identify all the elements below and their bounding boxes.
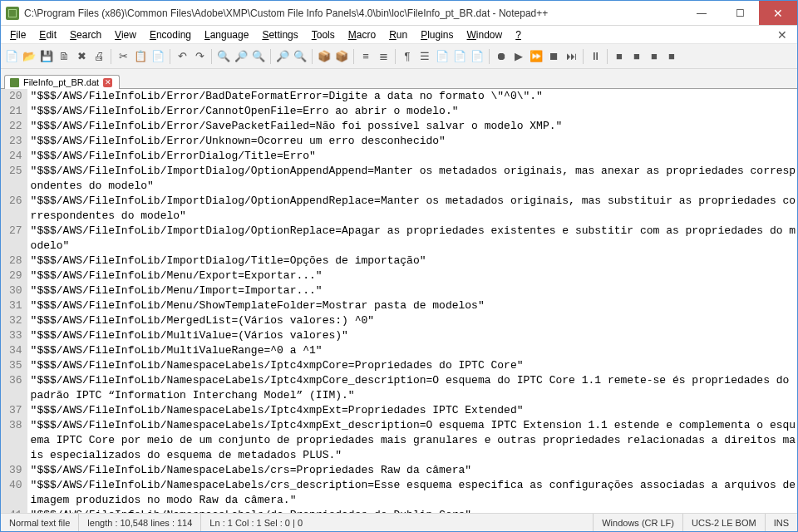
tabbar: FileInfo_pt_BR.dat ✕ [1,69,797,89]
toolbar-button[interactable]: ↷ [192,49,207,64]
maximize-button[interactable]: ☐ [721,1,759,25]
menu-search[interactable]: Search [64,27,107,42]
editor[interactable]: 202122232425 26 27 282930313233343536 37… [1,89,797,513]
menu-edit[interactable]: Edit [33,27,62,42]
status-pos: Ln : 1 Col : 1 Sel : 0 | 0 [201,514,594,531]
code-line[interactable]: "$$$/AWS/FileInfoLib/NamespaceLabels/crs… [31,478,797,508]
code-line[interactable]: "$$$/AWS/FileInfoLib/Error/Unknown=Ocorr… [31,134,797,149]
code-line[interactable]: "$$$/AWS/FileInfoLib/Error/CannotOpenFil… [31,104,797,119]
status-filetype: Normal text file [1,514,79,531]
toolbar-button[interactable]: ■ [647,49,662,64]
code-line[interactable]: "$$$/AWS/FileInfoLib/NamespaceLabels/Ipt… [31,418,797,463]
code-line[interactable]: "$$$/AWS/FileInfoLib/Menu/ShowTemplateFo… [31,298,797,313]
toolbar-button[interactable]: 🔍 [216,49,231,64]
toolbar-button[interactable]: 📄 [470,49,485,64]
toolbar-button[interactable]: 🖨 [91,49,106,64]
code-line[interactable]: "$$$/AWS/FileInfoLib/NamespaceLabels/Ipt… [31,373,797,403]
toolbar-button[interactable]: 📂 [22,49,37,64]
toolbar-button[interactable]: ✂ [116,49,131,64]
app-icon [6,7,19,20]
toolbar-button[interactable]: ▶ [511,49,526,64]
code-line[interactable]: "$$$/AWS/FileInfoLib/ImportDialog/Title=… [31,254,797,268]
code-line[interactable]: "$$$/AWS/FileInfoLib/NamespaceLabels/Ipt… [31,358,797,373]
menu-language[interactable]: Language [199,27,254,42]
code-line[interactable]: "$$$/AWS/FileInfoLib/ErrorDialog/Title=E… [31,149,797,164]
menu-file[interactable]: File [4,27,32,42]
toolbar-button[interactable]: ■ [612,49,627,64]
code-line[interactable]: "$$$/AWS/FileInfoLib/NamespaceLabels/Ipt… [31,403,797,418]
code-line[interactable]: "$$$/AWS/FileInfoLib/MultiValue=(Vários … [31,328,797,343]
code-line[interactable]: "$$$/AWS/FileInfoLib/Error/SavePacketFai… [31,119,797,134]
line-gutter: 202122232425 26 27 282930313233343536 37… [1,89,27,513]
status-length: length : 10,548 lines : 114 [79,514,201,531]
code-line[interactable]: "$$$/AWS/FileInfoLib/Menu/Export=Exporta… [31,268,797,283]
toolbar-button[interactable]: ≡ [358,49,373,64]
menu-tools[interactable]: Tools [306,27,341,42]
menu-window[interactable]: Window [461,27,509,42]
status-encoding: UCS-2 LE BOM [683,514,766,531]
code-line[interactable]: "$$$/AWS/FileInfoLib/ImportDialog/Option… [31,194,797,224]
toolbar-button[interactable]: 🔍 [293,49,308,64]
menu-settings[interactable]: Settings [256,27,303,42]
menu-run[interactable]: Run [383,27,413,42]
code-line[interactable]: "$$$/AWS/FileInfoLib/ImportDialog/Option… [31,224,797,254]
menubar-close-icon[interactable]: ✕ [777,28,794,42]
code-area[interactable]: "$$$/AWS/FileInfoLib/Error/BadDateFormat… [27,89,797,513]
status-mode: INS [766,514,797,531]
menu-macro[interactable]: Macro [342,27,382,42]
toolbar: 📄📂💾🗎✖🖨✂📋📄↶↷🔍🔎🔍🔎🔍📦📦≡≣¶☰📄📄📄⏺▶⏩⏹⏭⏸■■■■ [1,44,797,69]
code-line[interactable]: "$$$/AWS/FileInfoLib/ImportDialog/Option… [31,164,797,194]
toolbar-button[interactable]: ⏸ [588,49,603,64]
code-line[interactable]: "$$$/AWS/FileInfoLib/Menu/Import=Importa… [31,283,797,298]
toolbar-button[interactable]: ⏺ [494,49,509,64]
menu-?[interactable]: ? [510,27,527,42]
toolbar-button[interactable]: ≣ [376,49,391,64]
toolbar-button[interactable]: 🔎 [234,49,249,64]
window-controls: — ☐ ✕ [682,1,797,25]
toolbar-button[interactable]: ⏩ [529,49,544,64]
toolbar-button[interactable]: 🔍 [251,49,266,64]
code-line[interactable]: "$$$/AWS/FileInfoLib/MergedList=(Vários … [31,313,797,328]
file-tab-icon [10,78,19,87]
toolbar-button[interactable]: 🗎 [57,49,71,64]
toolbar-button[interactable]: ■ [664,49,679,64]
toolbar-button[interactable]: 💾 [39,49,54,64]
toolbar-button[interactable]: ☰ [417,49,432,64]
toolbar-button[interactable]: 📄 [150,49,165,64]
code-line[interactable]: "$$$/AWS/FileInfoLib/NamespaceLabels/crs… [31,463,797,478]
tab-close-icon[interactable]: ✕ [103,78,112,87]
toolbar-button[interactable]: 📋 [133,49,148,64]
menubar: FileEditSearchViewEncodingLanguageSettin… [1,26,797,44]
close-button[interactable]: ✕ [759,1,797,25]
toolbar-button[interactable]: 📄 [452,49,467,64]
code-line[interactable]: "$$$/AWS/FileInfoLib/MultiValueRange=^0 … [31,343,797,358]
menu-encoding[interactable]: Encoding [144,27,197,42]
code-line[interactable]: "$$$/AWS/FileInfoLib/Error/BadDateFormat… [31,89,797,104]
status-eol: Windows (CR LF) [594,514,683,531]
toolbar-button[interactable]: 📦 [334,49,349,64]
window-title: C:\Program Files (x86)\Common Files\Adob… [24,7,682,19]
toolbar-button[interactable]: ✖ [74,49,89,64]
minimize-button[interactable]: — [682,1,721,25]
file-tab[interactable]: FileInfo_pt_BR.dat ✕ [4,75,120,89]
toolbar-button[interactable]: 📄 [435,49,450,64]
file-tab-label: FileInfo_pt_BR.dat [23,77,99,87]
toolbar-button[interactable]: 📄 [4,49,19,64]
menu-plugins[interactable]: Plugins [415,27,459,42]
toolbar-button[interactable]: ■ [629,49,644,64]
toolbar-button[interactable]: 🔎 [275,49,290,64]
toolbar-button[interactable]: ¶ [400,49,415,64]
toolbar-button[interactable]: ⏭ [564,49,579,64]
toolbar-button[interactable]: 📦 [317,49,332,64]
toolbar-button[interactable]: ↶ [175,49,190,64]
menu-view[interactable]: View [109,27,142,42]
titlebar: C:\Program Files (x86)\Common Files\Adob… [1,1,797,26]
statusbar: Normal text file length : 10,548 lines :… [1,513,797,531]
toolbar-button[interactable]: ⏹ [546,49,561,64]
